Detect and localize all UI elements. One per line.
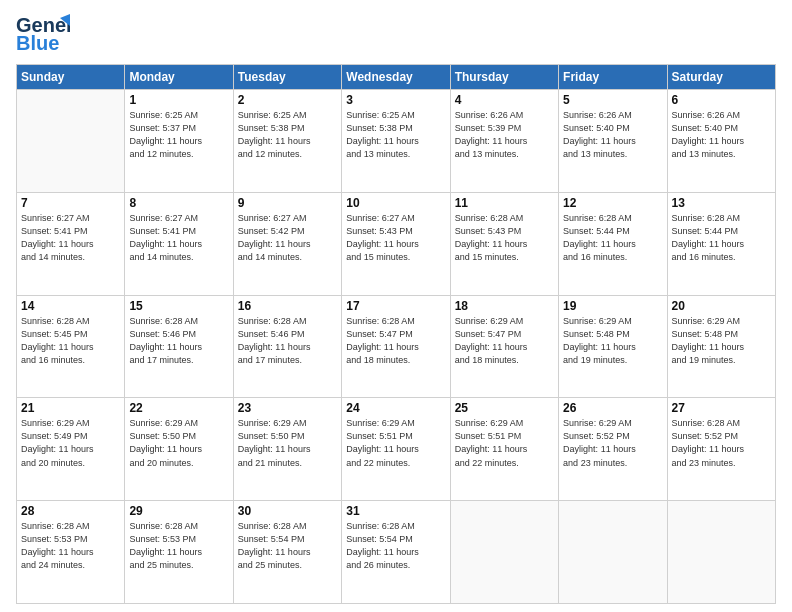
weekday-header-thursday: Thursday [450,65,558,90]
calendar-cell: 15Sunrise: 6:28 AM Sunset: 5:46 PM Dayli… [125,295,233,398]
day-number: 17 [346,299,445,313]
calendar-cell: 18Sunrise: 6:29 AM Sunset: 5:47 PM Dayli… [450,295,558,398]
calendar-cell: 12Sunrise: 6:28 AM Sunset: 5:44 PM Dayli… [559,192,667,295]
calendar-cell: 27Sunrise: 6:28 AM Sunset: 5:52 PM Dayli… [667,398,775,501]
day-detail: Sunrise: 6:28 AM Sunset: 5:54 PM Dayligh… [238,520,337,572]
calendar-cell: 29Sunrise: 6:28 AM Sunset: 5:53 PM Dayli… [125,501,233,604]
day-detail: Sunrise: 6:28 AM Sunset: 5:53 PM Dayligh… [129,520,228,572]
calendar-cell: 7Sunrise: 6:27 AM Sunset: 5:41 PM Daylig… [17,192,125,295]
day-number: 6 [672,93,771,107]
calendar-cell: 5Sunrise: 6:26 AM Sunset: 5:40 PM Daylig… [559,90,667,193]
day-number: 15 [129,299,228,313]
day-detail: Sunrise: 6:26 AM Sunset: 5:40 PM Dayligh… [563,109,662,161]
day-detail: Sunrise: 6:28 AM Sunset: 5:54 PM Dayligh… [346,520,445,572]
day-number: 31 [346,504,445,518]
weekday-header-monday: Monday [125,65,233,90]
day-number: 12 [563,196,662,210]
week-row-3: 21Sunrise: 6:29 AM Sunset: 5:49 PM Dayli… [17,398,776,501]
day-number: 16 [238,299,337,313]
day-detail: Sunrise: 6:28 AM Sunset: 5:53 PM Dayligh… [21,520,120,572]
calendar-cell: 14Sunrise: 6:28 AM Sunset: 5:45 PM Dayli… [17,295,125,398]
calendar-cell: 6Sunrise: 6:26 AM Sunset: 5:40 PM Daylig… [667,90,775,193]
week-row-2: 14Sunrise: 6:28 AM Sunset: 5:45 PM Dayli… [17,295,776,398]
day-detail: Sunrise: 6:28 AM Sunset: 5:47 PM Dayligh… [346,315,445,367]
weekday-header-row: SundayMondayTuesdayWednesdayThursdayFrid… [17,65,776,90]
calendar-cell: 16Sunrise: 6:28 AM Sunset: 5:46 PM Dayli… [233,295,341,398]
weekday-header-tuesday: Tuesday [233,65,341,90]
calendar-cell: 10Sunrise: 6:27 AM Sunset: 5:43 PM Dayli… [342,192,450,295]
day-detail: Sunrise: 6:28 AM Sunset: 5:46 PM Dayligh… [129,315,228,367]
calendar-cell [667,501,775,604]
calendar-cell: 9Sunrise: 6:27 AM Sunset: 5:42 PM Daylig… [233,192,341,295]
day-detail: Sunrise: 6:28 AM Sunset: 5:45 PM Dayligh… [21,315,120,367]
day-detail: Sunrise: 6:29 AM Sunset: 5:52 PM Dayligh… [563,417,662,469]
day-detail: Sunrise: 6:27 AM Sunset: 5:42 PM Dayligh… [238,212,337,264]
day-number: 18 [455,299,554,313]
day-number: 23 [238,401,337,415]
day-detail: Sunrise: 6:28 AM Sunset: 5:44 PM Dayligh… [563,212,662,264]
logo-icon: General Blue [16,12,70,56]
day-number: 7 [21,196,120,210]
page: General Blue SundayMondayTuesdayWednesda… [0,0,792,612]
day-number: 30 [238,504,337,518]
calendar-cell: 26Sunrise: 6:29 AM Sunset: 5:52 PM Dayli… [559,398,667,501]
calendar-cell: 11Sunrise: 6:28 AM Sunset: 5:43 PM Dayli… [450,192,558,295]
calendar-cell: 17Sunrise: 6:28 AM Sunset: 5:47 PM Dayli… [342,295,450,398]
day-number: 27 [672,401,771,415]
weekday-header-friday: Friday [559,65,667,90]
day-number: 21 [21,401,120,415]
day-detail: Sunrise: 6:27 AM Sunset: 5:41 PM Dayligh… [129,212,228,264]
day-number: 3 [346,93,445,107]
day-number: 14 [21,299,120,313]
day-number: 8 [129,196,228,210]
day-number: 29 [129,504,228,518]
day-detail: Sunrise: 6:28 AM Sunset: 5:44 PM Dayligh… [672,212,771,264]
day-number: 4 [455,93,554,107]
day-number: 25 [455,401,554,415]
day-detail: Sunrise: 6:29 AM Sunset: 5:50 PM Dayligh… [129,417,228,469]
day-number: 11 [455,196,554,210]
day-number: 19 [563,299,662,313]
day-detail: Sunrise: 6:27 AM Sunset: 5:43 PM Dayligh… [346,212,445,264]
day-detail: Sunrise: 6:25 AM Sunset: 5:38 PM Dayligh… [346,109,445,161]
day-number: 28 [21,504,120,518]
day-detail: Sunrise: 6:29 AM Sunset: 5:50 PM Dayligh… [238,417,337,469]
day-detail: Sunrise: 6:29 AM Sunset: 5:47 PM Dayligh… [455,315,554,367]
calendar-cell: 20Sunrise: 6:29 AM Sunset: 5:48 PM Dayli… [667,295,775,398]
day-detail: Sunrise: 6:29 AM Sunset: 5:48 PM Dayligh… [672,315,771,367]
weekday-header-saturday: Saturday [667,65,775,90]
day-detail: Sunrise: 6:25 AM Sunset: 5:38 PM Dayligh… [238,109,337,161]
weekday-header-sunday: Sunday [17,65,125,90]
day-number: 22 [129,401,228,415]
calendar-cell: 21Sunrise: 6:29 AM Sunset: 5:49 PM Dayli… [17,398,125,501]
calendar-cell: 3Sunrise: 6:25 AM Sunset: 5:38 PM Daylig… [342,90,450,193]
calendar-cell: 13Sunrise: 6:28 AM Sunset: 5:44 PM Dayli… [667,192,775,295]
day-number: 26 [563,401,662,415]
calendar-cell: 23Sunrise: 6:29 AM Sunset: 5:50 PM Dayli… [233,398,341,501]
calendar-cell: 8Sunrise: 6:27 AM Sunset: 5:41 PM Daylig… [125,192,233,295]
weekday-header-wednesday: Wednesday [342,65,450,90]
logo-area: General Blue [16,12,70,56]
day-number: 10 [346,196,445,210]
day-detail: Sunrise: 6:29 AM Sunset: 5:51 PM Dayligh… [455,417,554,469]
day-detail: Sunrise: 6:29 AM Sunset: 5:51 PM Dayligh… [346,417,445,469]
day-detail: Sunrise: 6:28 AM Sunset: 5:46 PM Dayligh… [238,315,337,367]
calendar-cell: 24Sunrise: 6:29 AM Sunset: 5:51 PM Dayli… [342,398,450,501]
day-number: 1 [129,93,228,107]
day-detail: Sunrise: 6:29 AM Sunset: 5:48 PM Dayligh… [563,315,662,367]
calendar-cell: 2Sunrise: 6:25 AM Sunset: 5:38 PM Daylig… [233,90,341,193]
calendar-cell: 30Sunrise: 6:28 AM Sunset: 5:54 PM Dayli… [233,501,341,604]
calendar-cell [17,90,125,193]
calendar-cell: 19Sunrise: 6:29 AM Sunset: 5:48 PM Dayli… [559,295,667,398]
day-detail: Sunrise: 6:28 AM Sunset: 5:43 PM Dayligh… [455,212,554,264]
calendar-table: SundayMondayTuesdayWednesdayThursdayFrid… [16,64,776,604]
calendar-cell [450,501,558,604]
week-row-4: 28Sunrise: 6:28 AM Sunset: 5:53 PM Dayli… [17,501,776,604]
day-detail: Sunrise: 6:28 AM Sunset: 5:52 PM Dayligh… [672,417,771,469]
day-number: 9 [238,196,337,210]
calendar-cell: 28Sunrise: 6:28 AM Sunset: 5:53 PM Dayli… [17,501,125,604]
day-detail: Sunrise: 6:29 AM Sunset: 5:49 PM Dayligh… [21,417,120,469]
calendar-cell: 25Sunrise: 6:29 AM Sunset: 5:51 PM Dayli… [450,398,558,501]
day-number: 13 [672,196,771,210]
day-number: 24 [346,401,445,415]
